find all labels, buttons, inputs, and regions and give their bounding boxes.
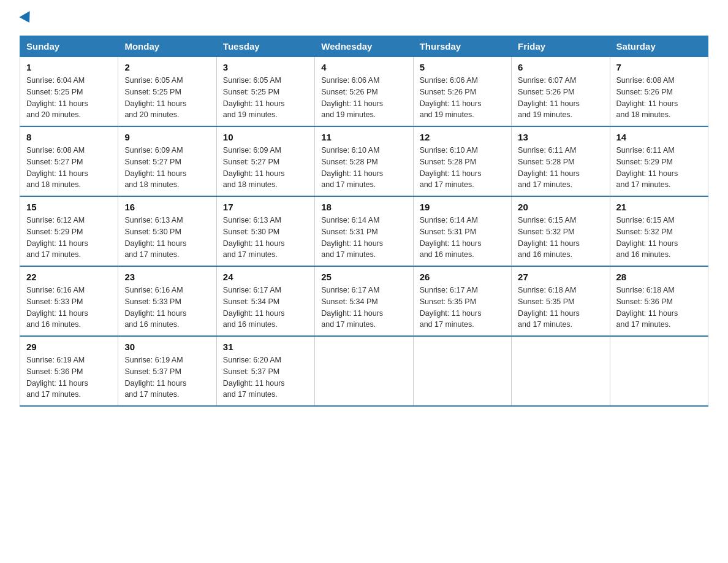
- day-number: 21: [616, 202, 702, 212]
- day-number: 2: [124, 62, 210, 72]
- calendar-cell: [315, 336, 413, 406]
- calendar-cell: 27 Sunrise: 6:18 AMSunset: 5:35 PMDaylig…: [512, 266, 610, 336]
- day-info: Sunrise: 6:06 AMSunset: 5:26 PMDaylight:…: [321, 76, 383, 119]
- day-info: Sunrise: 6:16 AMSunset: 5:33 PMDaylight:…: [124, 286, 186, 329]
- calendar-cell: 18 Sunrise: 6:14 AMSunset: 5:31 PMDaylig…: [315, 196, 413, 266]
- day-number: 12: [420, 132, 505, 142]
- calendar-cell: [610, 336, 708, 406]
- calendar-week-row: 29 Sunrise: 6:19 AMSunset: 5:36 PMDaylig…: [20, 336, 708, 406]
- calendar-cell: 1 Sunrise: 6:04 AMSunset: 5:25 PMDayligh…: [20, 57, 118, 127]
- day-number: 22: [26, 272, 112, 282]
- day-number: 25: [321, 272, 406, 282]
- calendar-cell: 16 Sunrise: 6:13 AMSunset: 5:30 PMDaylig…: [118, 196, 216, 266]
- calendar-cell: 13 Sunrise: 6:11 AMSunset: 5:28 PMDaylig…: [512, 126, 610, 196]
- day-number: 24: [223, 272, 308, 282]
- calendar-cell: 28 Sunrise: 6:18 AMSunset: 5:36 PMDaylig…: [610, 266, 708, 336]
- day-info: Sunrise: 6:08 AMSunset: 5:26 PMDaylight:…: [616, 76, 678, 119]
- calendar-cell: 12 Sunrise: 6:10 AMSunset: 5:28 PMDaylig…: [413, 126, 511, 196]
- day-info: Sunrise: 6:11 AMSunset: 5:29 PMDaylight:…: [616, 146, 678, 189]
- day-number: 1: [26, 62, 112, 72]
- day-info: Sunrise: 6:15 AMSunset: 5:32 PMDaylight:…: [616, 216, 678, 259]
- calendar-cell: 2 Sunrise: 6:05 AMSunset: 5:25 PMDayligh…: [118, 57, 216, 127]
- calendar-cell: 30 Sunrise: 6:19 AMSunset: 5:37 PMDaylig…: [118, 336, 216, 406]
- calendar-header-row: SundayMondayTuesdayWednesdayThursdayFrid…: [20, 36, 708, 57]
- calendar-cell: 20 Sunrise: 6:15 AMSunset: 5:32 PMDaylig…: [512, 196, 610, 266]
- calendar-cell: 19 Sunrise: 6:14 AMSunset: 5:31 PMDaylig…: [413, 196, 511, 266]
- day-number: 11: [321, 132, 406, 142]
- day-info: Sunrise: 6:14 AMSunset: 5:31 PMDaylight:…: [321, 216, 383, 259]
- day-number: 6: [518, 62, 603, 72]
- day-number: 4: [321, 62, 406, 72]
- calendar-cell: 22 Sunrise: 6:16 AMSunset: 5:33 PMDaylig…: [20, 266, 118, 336]
- column-header-tuesday: Tuesday: [216, 36, 314, 57]
- day-info: Sunrise: 6:19 AMSunset: 5:37 PMDaylight:…: [124, 356, 186, 399]
- day-info: Sunrise: 6:07 AMSunset: 5:26 PMDaylight:…: [518, 76, 580, 119]
- day-info: Sunrise: 6:12 AMSunset: 5:29 PMDaylight:…: [26, 216, 88, 259]
- calendar-week-row: 1 Sunrise: 6:04 AMSunset: 5:25 PMDayligh…: [20, 57, 708, 127]
- day-info: Sunrise: 6:20 AMSunset: 5:37 PMDaylight:…: [223, 356, 285, 399]
- logo-triangle-icon: [19, 11, 34, 26]
- calendar-cell: 23 Sunrise: 6:16 AMSunset: 5:33 PMDaylig…: [118, 266, 216, 336]
- day-number: 31: [223, 342, 308, 352]
- day-number: 26: [420, 272, 505, 282]
- calendar-cell: 15 Sunrise: 6:12 AMSunset: 5:29 PMDaylig…: [20, 196, 118, 266]
- day-info: Sunrise: 6:16 AMSunset: 5:33 PMDaylight:…: [26, 286, 88, 329]
- day-info: Sunrise: 6:17 AMSunset: 5:34 PMDaylight:…: [223, 286, 285, 329]
- day-number: 15: [26, 202, 112, 212]
- day-info: Sunrise: 6:06 AMSunset: 5:26 PMDaylight:…: [420, 76, 482, 119]
- calendar-cell: 8 Sunrise: 6:08 AMSunset: 5:27 PMDayligh…: [20, 126, 118, 196]
- day-number: 5: [420, 62, 505, 72]
- day-info: Sunrise: 6:19 AMSunset: 5:36 PMDaylight:…: [26, 356, 88, 399]
- day-info: Sunrise: 6:18 AMSunset: 5:35 PMDaylight:…: [518, 286, 580, 329]
- column-header-sunday: Sunday: [20, 36, 118, 57]
- column-header-thursday: Thursday: [413, 36, 511, 57]
- calendar-cell: 14 Sunrise: 6:11 AMSunset: 5:29 PMDaylig…: [610, 126, 708, 196]
- day-info: Sunrise: 6:09 AMSunset: 5:27 PMDaylight:…: [124, 146, 186, 189]
- page-header: [20, 15, 708, 25]
- calendar-cell: 9 Sunrise: 6:09 AMSunset: 5:27 PMDayligh…: [118, 126, 216, 196]
- calendar-cell: 11 Sunrise: 6:10 AMSunset: 5:28 PMDaylig…: [315, 126, 413, 196]
- calendar-week-row: 22 Sunrise: 6:16 AMSunset: 5:33 PMDaylig…: [20, 266, 708, 336]
- day-number: 13: [518, 132, 603, 142]
- day-info: Sunrise: 6:08 AMSunset: 5:27 PMDaylight:…: [26, 146, 88, 189]
- calendar-cell: 10 Sunrise: 6:09 AMSunset: 5:27 PMDaylig…: [216, 126, 314, 196]
- day-number: 18: [321, 202, 406, 212]
- column-header-monday: Monday: [118, 36, 216, 57]
- day-number: 10: [223, 132, 308, 142]
- day-number: 16: [124, 202, 210, 212]
- day-number: 20: [518, 202, 603, 212]
- day-info: Sunrise: 6:05 AMSunset: 5:25 PMDaylight:…: [223, 76, 285, 119]
- day-info: Sunrise: 6:11 AMSunset: 5:28 PMDaylight:…: [518, 146, 580, 189]
- day-info: Sunrise: 6:05 AMSunset: 5:25 PMDaylight:…: [124, 76, 186, 119]
- day-number: 23: [124, 272, 210, 282]
- column-header-friday: Friday: [512, 36, 610, 57]
- calendar-cell: 25 Sunrise: 6:17 AMSunset: 5:34 PMDaylig…: [315, 266, 413, 336]
- calendar-cell: 3 Sunrise: 6:05 AMSunset: 5:25 PMDayligh…: [216, 57, 314, 127]
- calendar-cell: [512, 336, 610, 406]
- calendar-cell: [413, 336, 511, 406]
- logo: [20, 15, 33, 25]
- calendar-cell: 5 Sunrise: 6:06 AMSunset: 5:26 PMDayligh…: [413, 57, 511, 127]
- day-number: 19: [420, 202, 505, 212]
- calendar-cell: 29 Sunrise: 6:19 AMSunset: 5:36 PMDaylig…: [20, 336, 118, 406]
- day-info: Sunrise: 6:17 AMSunset: 5:35 PMDaylight:…: [420, 286, 482, 329]
- day-info: Sunrise: 6:18 AMSunset: 5:36 PMDaylight:…: [616, 286, 678, 329]
- calendar-table: SundayMondayTuesdayWednesdayThursdayFrid…: [20, 36, 708, 407]
- calendar-cell: 6 Sunrise: 6:07 AMSunset: 5:26 PMDayligh…: [512, 57, 610, 127]
- day-number: 9: [124, 132, 210, 142]
- day-info: Sunrise: 6:10 AMSunset: 5:28 PMDaylight:…: [420, 146, 482, 189]
- column-header-wednesday: Wednesday: [315, 36, 413, 57]
- calendar-cell: 7 Sunrise: 6:08 AMSunset: 5:26 PMDayligh…: [610, 57, 708, 127]
- calendar-cell: 4 Sunrise: 6:06 AMSunset: 5:26 PMDayligh…: [315, 57, 413, 127]
- day-number: 27: [518, 272, 603, 282]
- day-number: 30: [124, 342, 210, 352]
- day-number: 14: [616, 132, 702, 142]
- day-info: Sunrise: 6:13 AMSunset: 5:30 PMDaylight:…: [223, 216, 285, 259]
- day-info: Sunrise: 6:14 AMSunset: 5:31 PMDaylight:…: [420, 216, 482, 259]
- day-info: Sunrise: 6:09 AMSunset: 5:27 PMDaylight:…: [223, 146, 285, 189]
- calendar-cell: 24 Sunrise: 6:17 AMSunset: 5:34 PMDaylig…: [216, 266, 314, 336]
- day-number: 3: [223, 62, 308, 72]
- column-header-saturday: Saturday: [610, 36, 708, 57]
- day-number: 17: [223, 202, 308, 212]
- calendar-week-row: 15 Sunrise: 6:12 AMSunset: 5:29 PMDaylig…: [20, 196, 708, 266]
